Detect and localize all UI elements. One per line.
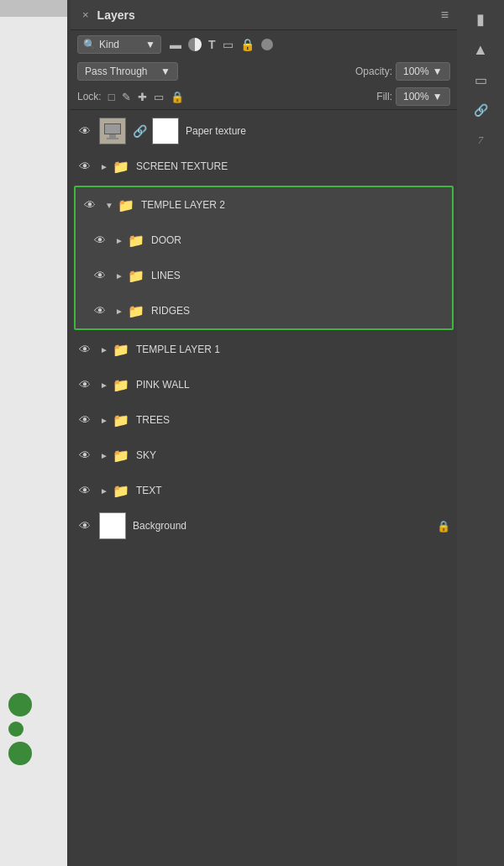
layers-panel: × Layers ≡ 🔍 Kind ▼ ▬ T ▭ 🔒 Pass Through… bbox=[71, 0, 457, 866]
chain-link-icon: 🔗 bbox=[133, 124, 147, 138]
visibility-icon[interactable]: 👁 bbox=[77, 160, 92, 173]
filter-icons: ▬ T ▭ 🔒 bbox=[170, 38, 273, 51]
lock-transparency-icon[interactable]: □ bbox=[108, 91, 115, 103]
lock-all-icon[interactable]: 🔒 bbox=[171, 91, 184, 103]
right-tool-text[interactable]: 7 bbox=[465, 128, 496, 153]
expand-arrow-icon[interactable]: ► bbox=[99, 345, 109, 354]
layer-row[interactable]: 👁 ► 📁 TEMPLE LAYER 1 bbox=[71, 332, 457, 367]
visibility-icon[interactable]: 👁 bbox=[77, 124, 92, 138]
expand-arrow-icon[interactable]: ► bbox=[99, 416, 109, 425]
folder-icon: 📁 bbox=[113, 448, 129, 464]
layer-row[interactable]: 👁 ► 📁 SKY bbox=[71, 438, 457, 473]
layer-name: LINES bbox=[151, 270, 445, 281]
layer-name: Paper texture bbox=[186, 125, 450, 137]
layer-row[interactable]: 👁 ► 📁 DOOR bbox=[76, 223, 452, 258]
lock-paint-icon[interactable]: ✎ bbox=[122, 91, 131, 103]
expand-arrow-icon[interactable]: ► bbox=[114, 271, 124, 281]
folder-icon: 📁 bbox=[128, 233, 144, 249]
expand-arrow-icon[interactable]: ► bbox=[114, 236, 124, 245]
visibility-icon[interactable]: 👁 bbox=[77, 484, 92, 497]
expand-arrow-icon[interactable]: ► bbox=[114, 307, 124, 316]
right-tool-link[interactable]: 🔗 bbox=[465, 97, 496, 123]
layer-name: TEMPLE LAYER 2 bbox=[141, 199, 445, 211]
transform-filter-icon[interactable]: ▭ bbox=[223, 38, 234, 51]
visibility-icon[interactable]: 👁 bbox=[92, 304, 108, 318]
layer-mask-thumbnail bbox=[152, 118, 179, 144]
panel-close-button[interactable]: × bbox=[79, 8, 92, 21]
layer-row[interactable]: 👁 ► 📁 LINES bbox=[76, 258, 452, 293]
opacity-value-select[interactable]: 100% ▼ bbox=[396, 62, 450, 81]
expand-arrow-icon[interactable]: ► bbox=[99, 162, 109, 171]
visibility-icon[interactable]: 👁 bbox=[92, 269, 108, 282]
layers-list: 👁 🔗 Paper texture 👁 ► 📁 SCREEN TEXTURE bbox=[71, 110, 457, 866]
kind-chevron-icon: ▼ bbox=[145, 39, 155, 50]
expand-arrow-icon[interactable]: ► bbox=[99, 451, 109, 460]
right-tool-arrow[interactable]: ▲ bbox=[465, 37, 496, 62]
visibility-icon[interactable]: 👁 bbox=[77, 449, 92, 462]
green-dot-2 bbox=[8, 722, 24, 737]
layer-thumbnail bbox=[99, 118, 126, 144]
folder-icon: 📁 bbox=[113, 159, 129, 175]
folder-icon: 📁 bbox=[113, 342, 129, 358]
layer-row[interactable]: 👁 ► 📁 TREES bbox=[71, 402, 457, 438]
layer-row[interactable]: 👁 ► 📁 RIDGES bbox=[76, 293, 452, 328]
lock-icons: □ ✎ ✚ ▭ 🔒 bbox=[108, 91, 184, 103]
kind-label: Kind bbox=[99, 39, 119, 50]
kind-filter-select[interactable]: 🔍 Kind ▼ bbox=[77, 35, 161, 54]
layer-row[interactable]: 👁 Background 🔒 bbox=[71, 508, 457, 543]
expand-arrow-icon[interactable]: ► bbox=[99, 486, 109, 496]
visibility-icon[interactable]: 👁 bbox=[82, 198, 97, 212]
image-filter-icon[interactable]: ▬ bbox=[170, 38, 181, 51]
visibility-icon[interactable]: 👁 bbox=[77, 519, 92, 533]
layer-name: RIDGES bbox=[151, 305, 445, 317]
folder-icon: 📁 bbox=[113, 483, 129, 499]
monitor-thumb bbox=[104, 123, 121, 139]
visibility-icon[interactable]: 👁 bbox=[77, 378, 92, 391]
layer-row[interactable]: 👁 ► 📁 SCREEN TEXTURE bbox=[71, 149, 457, 184]
filter-row: 🔍 Kind ▼ ▬ T ▭ 🔒 bbox=[71, 30, 457, 59]
layer-row[interactable]: 👁 ▼ 📁 TEMPLE LAYER 2 bbox=[76, 187, 452, 223]
lock-move-icon[interactable]: ✚ bbox=[138, 91, 147, 103]
layer-name: SCREEN TEXTURE bbox=[136, 160, 450, 172]
fill-group: Fill: 100% ▼ bbox=[376, 87, 450, 106]
text-filter-icon[interactable]: T bbox=[208, 38, 216, 51]
right-tool-shape[interactable]: ▭ bbox=[465, 67, 496, 92]
right-tool-adjustment[interactable]: ▮ bbox=[465, 7, 496, 32]
lock-badge-icon: 🔒 bbox=[437, 520, 450, 533]
expand-arrow-icon[interactable]: ▼ bbox=[104, 201, 114, 210]
lock-artboard-icon[interactable]: ▭ bbox=[154, 91, 164, 103]
layer-name: Background bbox=[133, 520, 437, 532]
lock-label: Lock: bbox=[77, 91, 102, 102]
lock-row: Lock: □ ✎ ✚ ▭ 🔒 Fill: 100% ▼ bbox=[71, 84, 457, 110]
panel-menu-icon[interactable]: ≡ bbox=[441, 8, 449, 23]
circle-filter-icon[interactable] bbox=[261, 39, 273, 50]
layer-thumbnail bbox=[99, 512, 126, 539]
blend-row: Pass Through ▼ Opacity: 100% ▼ bbox=[71, 59, 457, 84]
visibility-icon[interactable]: 👁 bbox=[77, 413, 92, 427]
layer-row[interactable]: 👁 ► 📁 TEXT bbox=[71, 473, 457, 508]
visibility-icon[interactable]: 👁 bbox=[77, 343, 92, 356]
lock-filter-icon[interactable]: 🔒 bbox=[240, 38, 255, 51]
expand-arrow-icon[interactable]: ► bbox=[99, 381, 109, 390]
layer-row[interactable]: 👁 ► 📁 PINK WALL bbox=[71, 367, 457, 402]
blend-mode-label: Pass Through bbox=[85, 66, 148, 77]
folder-icon: 📁 bbox=[113, 412, 129, 428]
layer-name: SKY bbox=[136, 449, 450, 461]
layer-row[interactable]: 👁 🔗 Paper texture bbox=[71, 113, 457, 149]
opacity-chevron-icon: ▼ bbox=[433, 66, 443, 77]
fill-value-text: 100% bbox=[403, 91, 429, 102]
green-dot-3 bbox=[8, 742, 32, 765]
panel-title: Layers bbox=[97, 8, 441, 22]
folder-icon: 📁 bbox=[118, 197, 134, 213]
green-dot-1 bbox=[8, 693, 32, 716]
layer-name: TEMPLE LAYER 1 bbox=[136, 344, 450, 355]
canvas-area bbox=[0, 0, 67, 866]
layer-name: TEXT bbox=[136, 485, 450, 496]
visibility-icon[interactable]: 👁 bbox=[92, 234, 108, 247]
folder-icon: 📁 bbox=[113, 377, 129, 393]
half-circle-filter-icon[interactable] bbox=[188, 38, 202, 51]
blend-chevron-icon: ▼ bbox=[160, 66, 171, 77]
right-tool-strip: ▮ ▲ ▭ 🔗 7 bbox=[457, 0, 504, 866]
fill-value-select[interactable]: 100% ▼ bbox=[396, 87, 450, 106]
blend-mode-select[interactable]: Pass Through ▼ bbox=[77, 62, 178, 81]
